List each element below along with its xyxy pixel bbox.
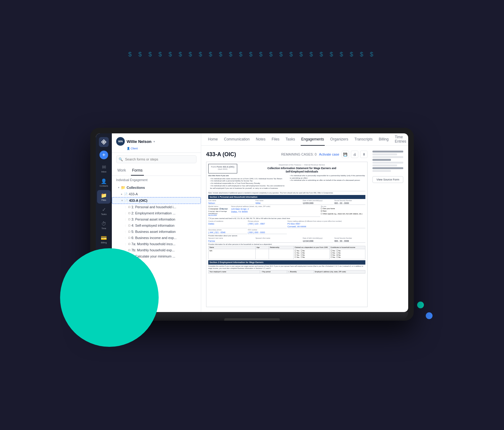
thumb-line-3 xyxy=(372,156,403,158)
activate-case-link[interactable]: Activate case xyxy=(319,152,339,156)
sidebar-item-contacts[interactable]: 👤 Contacts xyxy=(97,176,111,189)
sidebar-item-time[interactable]: ⏱ Time xyxy=(97,218,111,232)
tree-step-4[interactable]: ⋮ □ 4: Self-employed information xyxy=(112,222,201,229)
spouse-last-field: Spouse's last name Farrow xyxy=(208,237,255,242)
fax-label: FAX number xyxy=(248,229,287,231)
contacts-icon: 👤 xyxy=(101,178,107,184)
tree-step-2[interactable]: ⋮ □ 2: Employment information ... xyxy=(112,210,201,216)
tree-step-5[interactable]: ⋮ □ 5: Business asset information xyxy=(112,229,201,235)
marriage-date-value: 06/25/1969 xyxy=(208,214,230,217)
step-3-label: 3: Personal asset information xyxy=(131,217,197,221)
form-header: 433-A (OIC) REMAINING CASES: 0 Activate … xyxy=(206,151,368,158)
sidebar-item-inbox[interactable]: ✉ Inbox xyxy=(97,162,111,175)
chevron-down-small-icon: ▾ xyxy=(121,199,123,202)
templates-icon: ⊞ xyxy=(102,249,106,255)
tree-433a[interactable]: ▸ 📄 433-A xyxy=(112,191,201,197)
county-value: Dallas xyxy=(208,222,247,225)
household-col-name: Name xyxy=(209,246,256,249)
nav-time-entries[interactable]: Time Entries xyxy=(394,133,407,146)
tree-433a-oic[interactable]: ▾ 📄 433-A (OIC) xyxy=(112,197,201,204)
nav-transcripts[interactable]: Transcripts xyxy=(354,133,373,146)
search-box: 🔍 xyxy=(116,155,197,163)
save-icon-btn[interactable]: 💾 xyxy=(342,151,349,158)
tree-container: ▾ 📁 Collections ▸ 📄 433-A ▾ xyxy=(112,183,201,312)
primary-phone-value: ( 555 ) 123 - 4567 xyxy=(248,222,287,225)
household-age-cell xyxy=(256,249,269,259)
tree-step-1[interactable]: ⋮ □ 1: Personal and household i... xyxy=(112,204,201,210)
sidebar-item-templates[interactable]: ⊞ Templates xyxy=(97,247,111,260)
other-option: ☐ Other (specify e.g., share rent, live … xyxy=(321,213,365,215)
household-col-dependent: Claimed as a dependent on your Form 1040 xyxy=(294,246,329,249)
sidebar-item-files[interactable]: 📁 Files xyxy=(97,190,111,204)
primary-phone-label: Primary phone xyxy=(248,220,287,222)
last-name-field: Last name Nelson xyxy=(208,200,255,205)
dot-icon-4: ⋮ xyxy=(124,224,127,227)
mailing-address-label: Home mailing address (if different from … xyxy=(287,220,365,222)
form-content: 433-A (OIC) REMAINING CASES: 0 Activate … xyxy=(201,146,408,312)
tree-step-8[interactable]: ⋮ □ 8: Calculate your minimum ... xyxy=(112,253,201,259)
instruction-items: • An individual who owes income tax on a… xyxy=(208,178,286,190)
top-nav: Home Communication Notes Files Tasks Eng… xyxy=(201,133,408,146)
marital-options: ☐ Unmarried ☑ Married xyxy=(208,208,230,210)
nav-engagements[interactable]: Engagements xyxy=(301,133,325,146)
marital-address-row: Marital status ☐ Unmarried ☑ Married If … xyxy=(208,205,365,217)
nav-tasks[interactable]: Tasks xyxy=(285,133,296,146)
address-label: Home physical address (street, city, sta… xyxy=(231,205,320,208)
city-state-zip: Dallas, TX 55555 xyxy=(231,210,320,213)
step-icon-8: □ xyxy=(128,255,130,258)
contacts-label: Contacts xyxy=(100,185,108,187)
tree-collections[interactable]: ▾ 📁 Collections xyxy=(112,184,201,191)
ssn-value: 000 - 00 - 0000 xyxy=(334,202,365,205)
tree-step-7a[interactable]: ⋮ □ 7a: Monthly household inco... xyxy=(112,241,201,247)
fax-field: FAX number ( 000 ) 000 - 0000 xyxy=(248,229,287,234)
home-options: ☐ Own your home ☑ Rent ☐ Other (specify … xyxy=(321,208,365,215)
step-icon-4: □ xyxy=(128,224,130,227)
irs-instructions: Use this form if you are • An individual… xyxy=(208,175,365,190)
sidebar-item-billing[interactable]: 💳 Billing xyxy=(97,233,111,246)
step-2-label: 2: Employment information ... xyxy=(131,211,197,215)
household-table: Name Age Relationship Claimed as a depen… xyxy=(208,246,365,249)
search-icon: 🔍 xyxy=(119,157,123,161)
step-1-label: 1: Personal and household i... xyxy=(131,205,197,209)
tab-forms[interactable]: Forms xyxy=(131,166,144,176)
instructions-col-1: Use this form if you are • An individual… xyxy=(208,175,286,190)
sidebar-item-tasks[interactable]: ✓ Tasks xyxy=(97,204,111,218)
teal-dot-decoration xyxy=(417,302,424,308)
section2-instructions: Complete this section if you or your spo… xyxy=(208,265,365,270)
nav-notes[interactable]: Notes xyxy=(255,133,266,146)
tree-step-6[interactable]: ⋮ □ 6: Business income and exp... xyxy=(112,235,201,241)
form-title: 433-A (OIC) xyxy=(206,151,236,158)
right-sidebar: View Source Form xyxy=(372,151,403,307)
templates-label: Templates xyxy=(99,256,109,258)
search-input[interactable] xyxy=(116,155,197,163)
tree-step-3[interactable]: ⋮ □ 3: Personal asset information xyxy=(112,216,201,222)
nav-organizers[interactable]: Organizers xyxy=(330,133,349,146)
address-field: Home physical address (street, city, sta… xyxy=(231,205,320,217)
download-icon-btn[interactable]: ⬇ xyxy=(360,151,368,158)
secondary-phone-field: Secondary phone ( 444 ) 321 - 6546 xyxy=(208,229,247,234)
left-sidebar: + ✉ Inbox 👤 Contacts 📁 Files xyxy=(96,133,112,312)
marriage-date-label: If married, date of marriage (mm/dd/yyyy… xyxy=(208,210,230,214)
spouse-last-label: Spouse's last name xyxy=(208,237,255,239)
spouse-dob-field: Date of birth (mm/dd/yyyy) 12/24/1966 xyxy=(303,237,334,242)
view-source-button[interactable]: View Source Form xyxy=(372,176,403,183)
dot-icon-5: ⋮ xyxy=(124,230,127,233)
county-phone-row: County of residence Dallas Primary phone… xyxy=(208,220,365,228)
nav-home[interactable]: Home xyxy=(207,133,218,146)
dot-icon-3: ⋮ xyxy=(124,218,127,221)
form-433a-oic-label: 433-A (OIC) xyxy=(129,199,196,202)
mailing-address-field: Home mailing address (if different from … xyxy=(287,220,365,228)
own-home-option: ☐ Own your home xyxy=(321,208,365,210)
step-icon-6: □ xyxy=(128,236,130,239)
nav-communication[interactable]: Communication xyxy=(223,133,250,146)
step-4-label: 4: Self-employed information xyxy=(131,224,197,227)
step-icon-2: □ xyxy=(128,212,130,215)
nav-billing[interactable]: Billing xyxy=(378,133,389,146)
user-avatar[interactable]: JO xyxy=(99,299,108,308)
tab-work[interactable]: Work xyxy=(116,166,127,176)
secondary-phone-label: Secondary phone xyxy=(208,229,247,231)
add-button[interactable]: + xyxy=(100,151,108,159)
print-icon-btn[interactable]: 🖨 xyxy=(351,151,358,158)
tree-step-7b[interactable]: ⋮ □ 7b: Monthly household exp... xyxy=(112,247,201,253)
nav-files[interactable]: Files xyxy=(271,133,280,146)
